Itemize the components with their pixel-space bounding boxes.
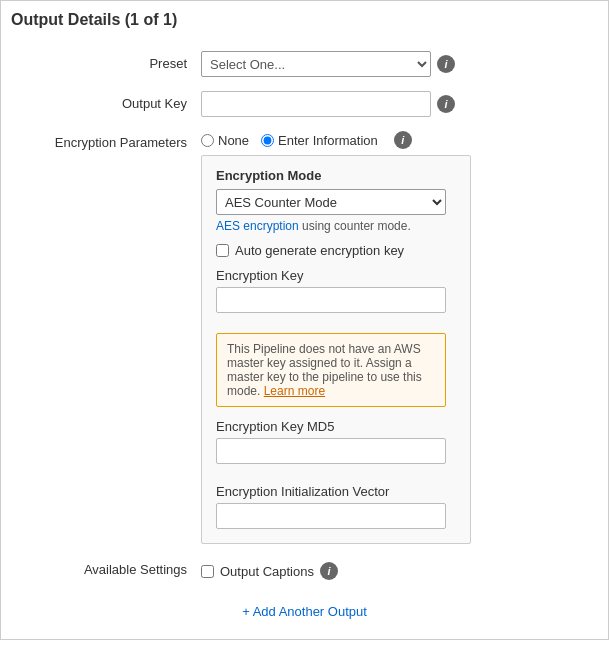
encryption-box: Encryption Mode AES Counter Mode AES enc… (201, 155, 471, 544)
encryption-params-options: None Enter Information i (201, 131, 598, 149)
enc-mode-desc-link: AES encryption (216, 219, 299, 233)
encryption-mode-select[interactable]: AES Counter Mode (216, 189, 446, 215)
preset-info-icon[interactable]: i (437, 55, 455, 73)
output-key-label: Output Key (11, 91, 201, 111)
auto-generate-checkbox[interactable] (216, 244, 229, 257)
output-key-row: Output Key i (11, 91, 598, 117)
radio-enter-info-label: Enter Information (278, 133, 378, 148)
encryption-init-vector-input[interactable] (216, 503, 446, 529)
encryption-mode-group: Encryption Mode AES Counter Mode AES enc… (216, 168, 456, 233)
encryption-parameters-info-icon[interactable]: i (394, 131, 412, 149)
output-captions-checkbox[interactable] (201, 565, 214, 578)
radio-none[interactable] (201, 134, 214, 147)
add-another-row: + Add Another Output (11, 594, 598, 629)
auto-generate-row: Auto generate encryption key (216, 243, 456, 258)
output-captions-label: Output Captions (220, 564, 314, 579)
available-settings-label: Available Settings (11, 558, 201, 577)
preset-control-wrap: Select One... i (201, 51, 598, 77)
available-settings-row: Available Settings Output Captions i (11, 558, 598, 580)
preset-row: Preset Select One... i (11, 51, 598, 77)
encryption-init-vector-group: Encryption Initialization Vector (216, 484, 456, 529)
page-title: Output Details (1 of 1) (11, 11, 598, 35)
output-key-control-wrap: i (201, 91, 598, 117)
radio-enter-info[interactable] (261, 134, 274, 147)
preset-select[interactable]: Select One... (201, 51, 431, 77)
available-settings-right: Output Captions i (201, 558, 598, 580)
encryption-init-vector-label: Encryption Initialization Vector (216, 484, 456, 499)
auto-generate-label: Auto generate encryption key (235, 243, 404, 258)
radio-none-label: None (218, 133, 249, 148)
encryption-key-label: Encryption Key (216, 268, 456, 283)
output-captions-info-icon[interactable]: i (320, 562, 338, 580)
encryption-key-md5-group: Encryption Key MD5 (216, 419, 456, 474)
encryption-key-group: Encryption Key (216, 268, 456, 323)
radio-option-none: None (201, 133, 249, 148)
learn-more-link[interactable]: Learn more (264, 384, 325, 398)
encryption-parameters-label: Encryption Parameters (11, 131, 201, 150)
encryption-mode-label: Encryption Mode (216, 168, 456, 183)
page-container: Output Details (1 of 1) Preset Select On… (0, 0, 609, 640)
warning-box: This Pipeline does not have an AWS maste… (216, 333, 446, 407)
encryption-key-md5-input[interactable] (216, 438, 446, 464)
add-another-output-link[interactable]: + Add Another Output (242, 604, 367, 619)
enc-mode-desc-post: using counter mode. (299, 219, 411, 233)
encryption-key-input[interactable] (216, 287, 446, 313)
radio-option-enter-info: Enter Information (261, 133, 378, 148)
encryption-parameters-right: None Enter Information i Encryption Mode… (201, 131, 598, 544)
output-key-info-icon[interactable]: i (437, 95, 455, 113)
encryption-key-md5-label: Encryption Key MD5 (216, 419, 456, 434)
encryption-mode-description: AES encryption using counter mode. (216, 219, 456, 233)
output-key-input[interactable] (201, 91, 431, 117)
encryption-parameters-row: Encryption Parameters None Enter Informa… (11, 131, 598, 544)
preset-label: Preset (11, 51, 201, 71)
